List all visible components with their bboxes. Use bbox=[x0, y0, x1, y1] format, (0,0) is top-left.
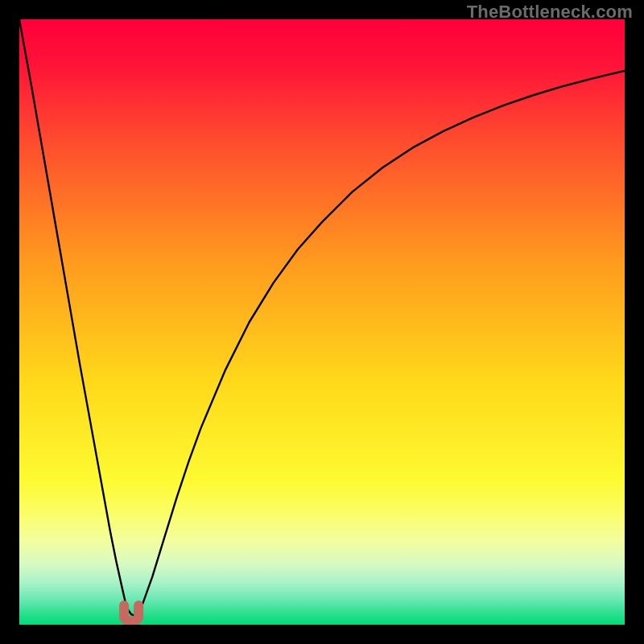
chart-curve bbox=[19, 19, 625, 625]
chart-outer-frame: TheBottleneck.com bbox=[0, 0, 644, 644]
chart-plot-area bbox=[19, 19, 625, 625]
watermark-text: TheBottleneck.com bbox=[467, 2, 633, 23]
